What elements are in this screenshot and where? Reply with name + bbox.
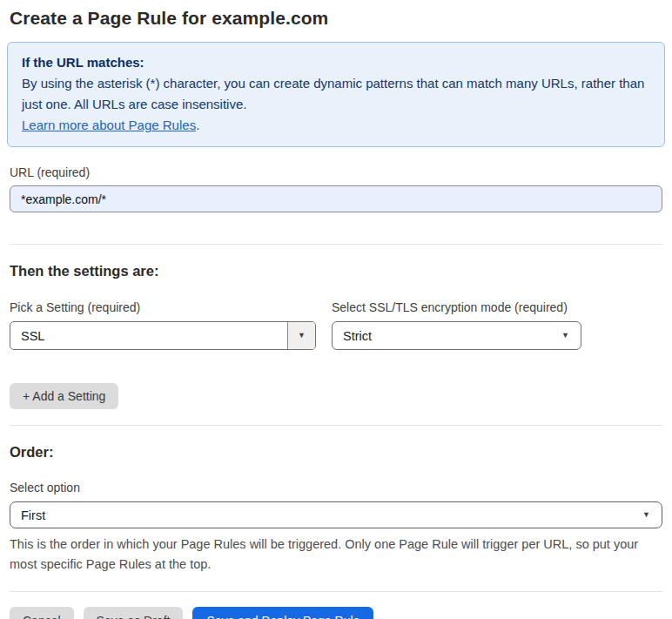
learn-more-link[interactable]: Learn more about Page Rules [22, 118, 196, 132]
save-deploy-button[interactable]: Save and Deploy Page Rule [192, 607, 373, 619]
save-draft-button[interactable]: Save as Draft [84, 607, 184, 619]
encryption-mode-select-value: Strict [333, 329, 561, 343]
url-input[interactable] [10, 185, 662, 212]
link-suffix: . [196, 118, 199, 132]
caret-down-icon: ▼ [298, 332, 306, 340]
caret-down-icon: ▼ [642, 511, 650, 519]
encryption-mode-label: Select SSL/TLS encryption mode (required… [332, 300, 581, 314]
order-select-label: Select option [10, 481, 662, 495]
dropdown-button[interactable]: ▼ [287, 322, 315, 349]
settings-selects-row: Pick a Setting (required) SSL ▼ Select S… [10, 300, 662, 350]
section-divider [10, 425, 662, 426]
cancel-button[interactable]: Cancel [10, 607, 74, 619]
section-divider [10, 591, 662, 592]
section-divider [10, 244, 662, 245]
order-help-text: This is the order in which your Page Rul… [10, 535, 661, 575]
url-field-label: URL (required) [10, 165, 662, 179]
info-box-link-line: Learn more about Page Rules. [22, 115, 650, 136]
page-title: Create a Page Rule for example.com [10, 8, 662, 29]
info-box-body: By using the asterisk (*) character, you… [22, 73, 650, 115]
pick-setting-column: Pick a Setting (required) SSL ▼ [10, 300, 316, 350]
pick-setting-select-value: SSL [10, 329, 287, 343]
pick-setting-label: Pick a Setting (required) [10, 300, 316, 314]
order-section-heading: Order: [10, 444, 662, 461]
create-page-rule-form: Create a Page Rule for example.com If th… [0, 0, 672, 619]
url-matches-info-box: If the URL matches: By using the asteris… [7, 42, 665, 147]
encryption-mode-column: Select SSL/TLS encryption mode (required… [332, 300, 581, 350]
add-setting-button[interactable]: + Add a Setting [10, 383, 118, 409]
footer-buttons: Cancel Save as Draft Save and Deploy Pag… [10, 607, 662, 619]
settings-section-heading: Then the settings are: [10, 263, 662, 279]
order-select-value: First [10, 508, 642, 522]
caret-down-icon: ▼ [561, 332, 569, 340]
order-select[interactable]: First ▼ [10, 501, 662, 528]
pick-setting-select[interactable]: SSL ▼ [10, 321, 316, 350]
info-box-heading: If the URL matches: [22, 52, 650, 73]
encryption-mode-select[interactable]: Strict ▼ [332, 321, 581, 350]
